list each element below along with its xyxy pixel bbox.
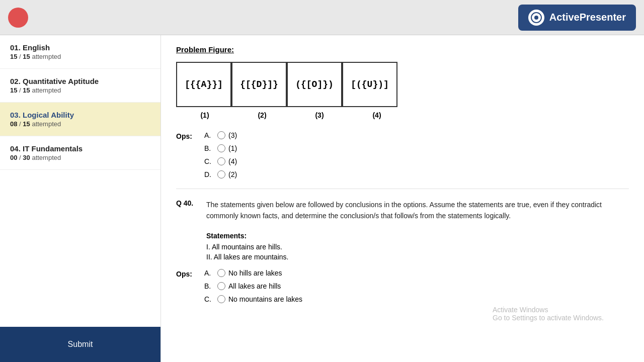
q40-ops-label: Ops:	[176, 269, 196, 278]
q40-radio-c[interactable]	[217, 295, 225, 303]
watermark: Activate Windows Go to Settings to activ…	[493, 306, 604, 322]
statement1: I. All mountains are hills.	[206, 243, 629, 251]
q39-radio-c[interactable]	[217, 157, 225, 165]
q40-option-c[interactable]: C. No mountains are lakes	[204, 295, 302, 303]
sidebar-item-logical-sub: 08 / 15 attempted	[10, 120, 150, 128]
submit-btn-area: Submit	[0, 327, 160, 362]
svg-point-1	[534, 16, 538, 20]
q40-option-a-text: No hills are lakes	[228, 269, 282, 277]
q40-option-b-text: All lakes are hills	[228, 282, 281, 290]
q39-radio-a[interactable]	[217, 131, 225, 139]
sidebar-items: 01. English 15 / 15 attempted 02. Quanti…	[0, 35, 160, 327]
statement2: II. All lakes are mountains.	[206, 253, 629, 261]
q39-options: A. (3) B. (1) C.	[204, 131, 237, 178]
sidebar-item-english-sub: 15 / 15 attempted	[10, 53, 150, 60]
sidebar-item-quant[interactable]: 02. Quantitative Aptitude 15 / 15 attemp…	[0, 69, 160, 103]
sidebar: 01. English 15 / 15 attempted 02. Quanti…	[0, 35, 161, 362]
q39-option-a-text: (3)	[228, 131, 237, 139]
figure-labels: (1) (2) (3) (4)	[176, 111, 629, 119]
activepresenter-label: ActivePresenter	[549, 12, 626, 23]
q40-options: A. No hills are lakes B. All lakes are h…	[204, 269, 302, 303]
q40-text: The statements given below are followed …	[206, 199, 629, 222]
q40-option-b[interactable]: B. All lakes are hills	[204, 282, 302, 290]
sidebar-item-quant-title: 02. Quantitative Aptitude	[10, 77, 150, 85]
q40-radio-a[interactable]	[217, 269, 225, 277]
sidebar-item-quant-sub: 15 / 15 attempted	[10, 86, 150, 94]
sidebar-item-english-title: 01. English	[10, 43, 150, 52]
q39-option-c-text: (4)	[228, 157, 237, 165]
activepresenter-badge: ActivePresenter	[518, 5, 636, 31]
q39-option-a[interactable]: A. (3)	[204, 131, 237, 139]
statements-label: Statements:	[206, 232, 629, 240]
q40-option-c-text: No mountains are lakes	[228, 295, 302, 303]
q39-option-b[interactable]: B. (1)	[204, 144, 237, 152]
watermark-line1: Activate Windows	[493, 306, 604, 314]
main-layout: 01. English 15 / 15 attempted 02. Quanti…	[0, 35, 644, 362]
q39-option-d[interactable]: D. (2)	[204, 170, 237, 178]
ap-icon	[528, 10, 544, 26]
divider	[176, 189, 629, 189]
figure-label-3: (3)	[291, 111, 348, 119]
q40-radio-b[interactable]	[217, 282, 225, 290]
q39-ops-row: Ops: A. (3) B. (1) C.	[176, 131, 629, 178]
figure-label-1: (1)	[176, 111, 233, 119]
figure-label-4: (4)	[348, 111, 406, 119]
figure-box-1: [{{A}}]	[176, 62, 231, 107]
sidebar-item-it-title: 04. IT Fundamentals	[10, 144, 150, 153]
q40-statements-block: Statements: I. All mountains are hills. …	[206, 232, 629, 261]
top-bar: ActivePresenter	[0, 0, 644, 35]
q39-option-b-text: (1)	[228, 144, 237, 152]
figure-box-3: ({[O]})	[287, 62, 342, 107]
figure-box-4: [({U})]	[342, 62, 397, 107]
submit-button[interactable]: Submit	[8, 333, 152, 356]
q39-option-d-text: (2)	[228, 170, 237, 178]
sidebar-item-it[interactable]: 04. IT Fundamentals 00 / 30 attempted	[0, 136, 160, 170]
figure-boxes: [{{A}}] {[{D}]} ({[O]}) [({U})]	[176, 62, 629, 107]
sidebar-item-logical[interactable]: 03. Logical Ability 08 / 15 attempted	[0, 103, 160, 136]
q39-radio-b[interactable]	[217, 144, 225, 152]
problem-figure-title: Problem Figure:	[176, 45, 629, 54]
q39-ops-label: Ops:	[176, 131, 196, 140]
sidebar-item-english[interactable]: 01. English 15 / 15 attempted	[0, 35, 160, 69]
content-area: Problem Figure: [{{A}}] {[{D}]} ({[O]}) …	[161, 35, 644, 362]
q40-option-a[interactable]: A. No hills are lakes	[204, 269, 302, 277]
q40-row: Q 40. The statements given below are fol…	[176, 199, 629, 222]
logo-icon	[8, 8, 28, 28]
figure-label-2: (2)	[233, 111, 291, 119]
sidebar-item-it-sub: 00 / 30 attempted	[10, 154, 150, 161]
figure-box-2: {[{D}]}	[231, 62, 287, 107]
q39-radio-d[interactable]	[217, 170, 225, 178]
top-bar-left	[8, 8, 34, 28]
q39-option-c[interactable]: C. (4)	[204, 157, 237, 165]
sidebar-item-logical-title: 03. Logical Ability	[10, 111, 150, 119]
q40-num: Q 40.	[176, 199, 201, 222]
watermark-line2: Go to Settings to activate Windows.	[493, 314, 604, 322]
q40-ops-row: Ops: A. No hills are lakes B. All lakes …	[176, 269, 629, 303]
